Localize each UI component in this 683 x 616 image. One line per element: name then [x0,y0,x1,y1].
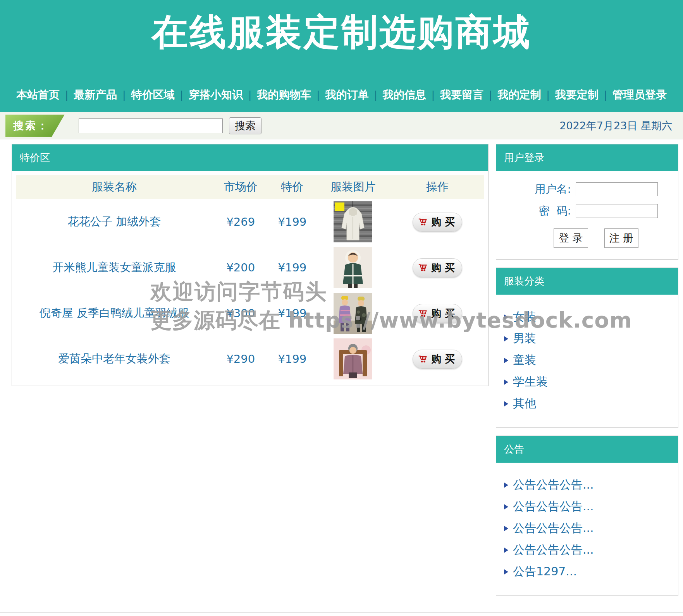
nav-item-my-custom[interactable]: 我的定制 [497,88,541,102]
announcement-item[interactable]: 公告公告公告... [504,477,678,493]
buy-button[interactable]: 购 买 [413,304,462,323]
product-image [334,201,372,242]
table-row: 爱茵朵中老年女装外套 ¥290 ¥199 [16,336,484,382]
cart-icon [418,309,427,318]
col-header-name: 服装名称 [16,179,213,195]
arrow-icon [504,526,508,531]
nav-item-admin-login[interactable]: 管理员登录 [612,88,667,102]
action-cell: 购 买 [391,304,484,323]
nav-item-home[interactable]: 本站首页 [16,88,60,102]
cart-icon [418,217,427,226]
action-cell: 购 买 [391,213,484,232]
login-buttons: 登 录 注 册 [496,228,678,248]
special-zone-table: 服装名称 市场价 特价 服装图片 操作 花花公子 加绒外套 ¥269 ¥199 [16,175,484,382]
product-image [334,338,372,379]
category-label: 女装 [513,309,536,325]
special-price: ¥199 [269,261,316,274]
nav-item-my-info[interactable]: 我的信息 [383,88,426,102]
arrow-icon [504,401,508,407]
special-price: ¥199 [269,215,316,228]
category-item-women[interactable]: 女装 [504,309,678,325]
login-button[interactable]: 登 录 [554,228,588,248]
search-input[interactable] [79,118,223,133]
arrow-icon [504,547,508,553]
market-price: ¥200 [213,261,269,274]
category-panel-title: 服装分类 [496,268,678,295]
category-item-children[interactable]: 童装 [504,352,678,368]
category-label: 男装 [513,331,536,347]
category-item-men[interactable]: 男装 [504,331,678,347]
nav-item-cart[interactable]: 我的购物车 [257,88,311,102]
nav-separator: | [546,89,550,101]
announcement-panel-title: 公告 [496,436,678,463]
nav-separator: | [122,89,126,101]
category-label: 其他 [513,396,536,412]
login-form: 用户名: 密 码: 登 录 注 册 [496,171,678,259]
product-name: 爱茵朵中老年女装外套 [16,351,213,367]
special-price: ¥199 [269,307,316,320]
password-label: 密 码: [539,204,571,218]
market-price: ¥269 [213,215,269,228]
password-field[interactable] [576,204,658,218]
arrow-icon [504,482,508,488]
site-footer: Copyright © Inc. All Rights Reserved. 版权… [0,612,683,616]
nav-item-customize[interactable]: 我要定制 [555,88,599,102]
nav-item-orders[interactable]: 我的订单 [325,88,368,102]
announcement-item[interactable]: 公告公告公告... [504,499,678,515]
nav-separator: | [180,89,183,101]
main-nav: 本站首页 | 最新产品 | 特价区域 | 穿搭小知识 | 我的购物车 | 我的订… [0,88,683,112]
announcement-list: 公告公告公告... 公告公告公告... 公告公告公告... 公告公告公告... … [496,463,678,595]
product-name: 花花公子 加绒外套 [16,214,213,230]
announcement-item[interactable]: 公告1297... [504,564,678,580]
site-title: 在线服装定制选购商城 [0,8,683,57]
search-bar: 搜索： 搜索 2022年7月23日 星期六 [0,112,683,139]
table-row: 花花公子 加绒外套 ¥269 ¥199 [16,199,484,245]
nav-item-new-products[interactable]: 最新产品 [74,88,117,102]
announcement-label: 公告公告公告... [513,477,594,493]
announcement-label: 公告公告公告... [513,499,594,515]
arrow-icon [504,569,508,575]
username-field[interactable] [576,182,658,196]
nav-item-outfit-tips[interactable]: 穿搭小知识 [189,88,243,102]
cart-icon [418,354,427,364]
product-image-cell [316,201,391,242]
nav-separator: | [248,89,252,101]
product-image [334,293,372,334]
col-header-action: 操作 [391,179,484,195]
buy-button[interactable]: 购 买 [413,213,462,232]
sidebar: 用户登录 用户名: 密 码: 登 录 注 册 服装分类 [496,144,678,596]
special-zone-panel: 特价区 服装名称 市场价 特价 服装图片 操作 花花公子 加绒外套 ¥269 ¥… [12,144,489,386]
col-header-market-price: 市场价 [213,179,269,195]
category-label: 童装 [513,352,536,368]
search-label: 搜索： [5,115,65,137]
announcement-item[interactable]: 公告公告公告... [504,520,678,536]
nav-item-specials[interactable]: 特价区域 [131,88,175,102]
buy-button[interactable]: 购 买 [413,258,462,277]
login-panel-title: 用户登录 [496,144,678,171]
date-text: 2022年7月23日 星期六 [559,119,672,133]
main-content: 特价区 服装名称 市场价 特价 服装图片 操作 花花公子 加绒外套 ¥269 ¥… [0,139,683,596]
special-zone-title: 特价区 [12,144,488,171]
nav-separator: | [604,89,607,101]
product-image [334,247,372,288]
category-label: 学生装 [513,374,548,390]
announcement-item[interactable]: 公告公告公告... [504,542,678,558]
buy-button-label: 购 买 [431,215,455,229]
category-item-other[interactable]: 其他 [504,396,678,412]
table-row: 开米熊儿童装女童派克服 ¥200 ¥199 [16,245,484,290]
announcement-label: 公告公告公告... [513,520,594,536]
register-button[interactable]: 注 册 [604,228,639,248]
nav-separator: | [489,89,492,101]
category-item-student[interactable]: 学生装 [504,374,678,390]
cart-icon [418,263,427,272]
col-header-special-price: 特价 [269,179,316,195]
category-panel: 服装分类 女装 男装 童装 学生装 [496,268,678,428]
table-header-row: 服装名称 市场价 特价 服装图片 操作 [16,175,484,199]
table-row: 倪奇屋 反季白鸭绒儿童羽绒服 ¥300 ¥199 [16,290,484,336]
buy-button[interactable]: 购 买 [413,350,462,369]
nav-separator: | [432,89,435,101]
col-header-image: 服装图片 [316,179,391,195]
product-image-cell [316,338,391,379]
nav-item-leave-message[interactable]: 我要留言 [440,88,483,102]
search-button[interactable]: 搜索 [229,117,262,134]
